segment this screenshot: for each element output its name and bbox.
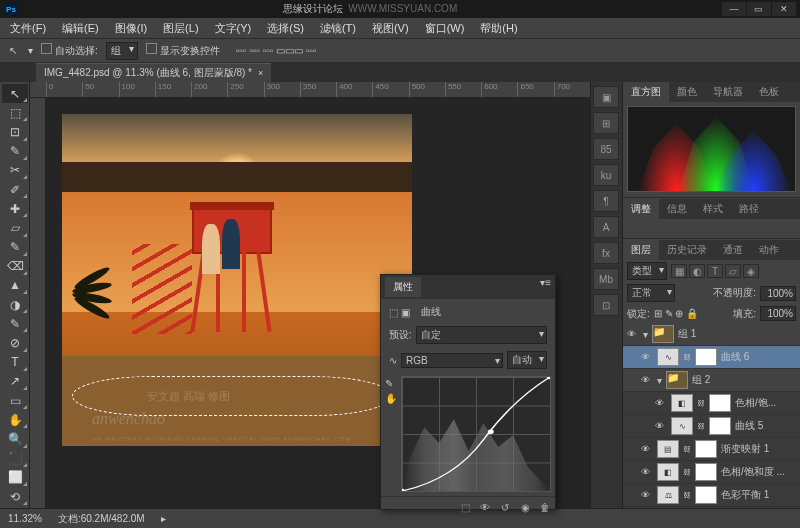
preset-dropdown[interactable]: 自定 — [416, 326, 547, 344]
dock-icon[interactable]: ▣ — [593, 86, 619, 108]
opacity-input[interactable]: 100% — [760, 286, 796, 301]
panel-tab[interactable]: 通道 — [715, 240, 751, 260]
menu-item[interactable]: 文字(Y) — [207, 19, 260, 38]
menu-item[interactable]: 文件(F) — [2, 19, 54, 38]
properties-panel[interactable]: 属性 ▾≡ ⬚ ▣ 曲线 预设: 自定 ∿ RGB 自动 ✎✋ ⬚ 👁 ↺ ◉ … — [380, 274, 556, 510]
clip-icon[interactable]: ⬚ — [458, 500, 472, 514]
layer-name: 组 1 — [678, 327, 696, 341]
tool-button[interactable]: ✚ — [2, 199, 28, 218]
minimize-button[interactable]: — — [722, 2, 746, 16]
tool-button[interactable]: ✎ — [2, 314, 28, 333]
dock-icon[interactable]: ⊞ — [593, 112, 619, 134]
close-button[interactable]: ✕ — [772, 2, 796, 16]
tool-button[interactable]: T — [2, 353, 28, 372]
tab-close-icon[interactable]: × — [258, 68, 263, 78]
panel-menu-icon[interactable]: ▾≡ — [540, 277, 551, 297]
tool-button[interactable]: ▭ — [2, 391, 28, 410]
tool-button[interactable]: ✋ — [2, 410, 28, 429]
tool-button[interactable]: ✎ — [2, 238, 28, 257]
tool-button[interactable]: ⊡ — [2, 122, 28, 141]
panel-tab[interactable]: 直方图 — [623, 82, 669, 102]
tool-button[interactable]: ◑ — [2, 295, 28, 314]
panel-tab[interactable]: 颜色 — [669, 82, 705, 102]
panel-tab[interactable]: 导航器 — [705, 82, 751, 102]
dock-icon[interactable]: Mb — [593, 268, 619, 290]
tool-button[interactable]: ⌫ — [2, 257, 28, 276]
layer-row[interactable]: 👁◧⛓色相/饱和度 ... — [623, 461, 800, 484]
panel-tab[interactable]: 图层 — [623, 240, 659, 260]
zoom-level[interactable]: 11.32% — [8, 513, 42, 524]
layer-row[interactable]: 👁∿⛓曲线 5 — [623, 415, 800, 438]
tool-button[interactable]: ✐ — [2, 180, 28, 199]
blend-mode-dropdown[interactable]: 正常 — [627, 284, 675, 302]
layer-name: 曲线 5 — [735, 419, 763, 433]
panel-tab[interactable]: 信息 — [659, 199, 695, 219]
panel-tab[interactable]: 样式 — [695, 199, 731, 219]
svg-point-1 — [488, 429, 494, 434]
tab-label: IMG_4482.psd @ 11.3% (曲线 6, 图层蒙版/8) * — [44, 66, 252, 80]
dock-icon[interactable]: ku — [593, 164, 619, 186]
tool-button[interactable]: ▱ — [2, 218, 28, 237]
auto-select-dropdown[interactable]: 组 — [106, 42, 138, 60]
curve-tool-icon[interactable]: ✎ — [385, 378, 399, 389]
auto-button[interactable]: 自动 — [507, 351, 547, 369]
channel-dropdown[interactable]: RGB — [401, 353, 503, 368]
watermark-cn: 安文超 高端 修图 — [147, 389, 230, 404]
panel-tab[interactable]: 路径 — [731, 199, 767, 219]
panel-tab[interactable]: 色板 — [751, 82, 787, 102]
tool-button[interactable]: ✂ — [2, 161, 28, 180]
layer-filter-dropdown[interactable]: 类型 — [627, 262, 667, 280]
dock-icon[interactable]: ¶ — [593, 190, 619, 212]
dock-icon[interactable]: fx — [593, 242, 619, 264]
menu-item[interactable]: 选择(S) — [259, 19, 312, 38]
document-tab[interactable]: IMG_4482.psd @ 11.3% (曲线 6, 图层蒙版/8) * × — [36, 63, 271, 82]
properties-tab[interactable]: 属性 — [385, 277, 421, 297]
tool-button[interactable]: ✎ — [2, 142, 28, 161]
tool-button[interactable]: ⟲ — [2, 487, 28, 506]
panel-tab[interactable]: 历史记录 — [659, 240, 715, 260]
reset-icon[interactable]: ↺ — [498, 500, 512, 514]
menu-item[interactable]: 编辑(E) — [54, 19, 107, 38]
layer-row[interactable]: 👁▾📁组 1 — [623, 323, 800, 346]
move-tool-icon[interactable]: ↖ — [6, 44, 20, 58]
dock-icon[interactable]: 85 — [593, 138, 619, 160]
tool-button[interactable]: ⬜ — [2, 468, 28, 487]
curves-graph[interactable] — [401, 376, 551, 492]
layer-row[interactable]: 👁⚖⛓色彩平衡 1 — [623, 484, 800, 507]
curve-hand-icon[interactable]: ✋ — [385, 393, 399, 404]
menu-item[interactable]: 图像(I) — [107, 19, 155, 38]
tool-button[interactable]: ⬛ — [2, 449, 28, 468]
panel-tab[interactable]: 调整 — [623, 199, 659, 219]
tool-button[interactable]: ↖ — [2, 84, 28, 103]
menu-item[interactable]: 视图(V) — [364, 19, 417, 38]
menu-item[interactable]: 图层(L) — [155, 19, 206, 38]
tool-button[interactable]: ⊘ — [2, 333, 28, 352]
dock-icon[interactable]: ⊡ — [593, 294, 619, 316]
trash-icon[interactable]: 🗑 — [538, 500, 552, 514]
fill-input[interactable]: 100% — [760, 306, 796, 321]
dock-icon[interactable]: A — [593, 216, 619, 238]
layer-row[interactable]: 👁◧⛓色相/饱... — [623, 392, 800, 415]
menu-item[interactable]: 帮助(H) — [472, 19, 525, 38]
menu-item[interactable]: 窗口(W) — [417, 19, 473, 38]
prev-icon[interactable]: ◉ — [518, 500, 532, 514]
ps-logo-icon: Ps — [4, 2, 18, 16]
toolbox: ↖⬚⊡✎✂✐✚▱✎⌫▲◑✎⊘T↗▭✋🔍⬛⬜⟲ — [0, 82, 30, 508]
show-transform-checkbox[interactable]: 显示变换控件 — [146, 43, 220, 58]
layer-row[interactable]: 👁▤⛓渐变映射 1 — [623, 438, 800, 461]
histogram-panel-tabs: 直方图颜色导航器色板 — [623, 82, 800, 102]
menu-item[interactable]: 滤镜(T) — [312, 19, 364, 38]
tool-button[interactable]: 🔍 — [2, 429, 28, 448]
layer-row[interactable]: 👁☀⛓亮度/对比度 2 — [623, 507, 800, 508]
tool-button[interactable]: ▲ — [2, 276, 28, 295]
maximize-button[interactable]: ▭ — [747, 2, 771, 16]
eye-icon[interactable]: 👁 — [478, 500, 492, 514]
canvas[interactable]: anwenchao 安文超 高端 修图 AN WENCHAO HIGH-END … — [62, 114, 412, 446]
auto-select-checkbox[interactable]: 自动选择: — [41, 43, 98, 58]
panel-tab[interactable]: 动作 — [751, 240, 787, 260]
opacity-label: 不透明度: — [713, 286, 756, 300]
layer-row[interactable]: 👁▾📁组 2 — [623, 369, 800, 392]
layer-row[interactable]: 👁∿⛓曲线 6 — [623, 346, 800, 369]
tool-button[interactable]: ↗ — [2, 372, 28, 391]
tool-button[interactable]: ⬚ — [2, 103, 28, 122]
